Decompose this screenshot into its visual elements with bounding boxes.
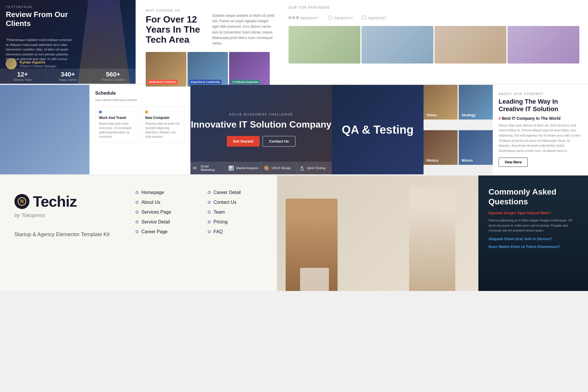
partner-logo-1: logoipsum° xyxy=(289,16,319,20)
nav-homepage-label: Homepage xyxy=(141,190,164,195)
nav-career-detail[interactable]: Career Detail xyxy=(208,190,271,195)
nav-homepage[interactable]: Homepage xyxy=(136,190,193,195)
partner-logo-2: logoipsum° xyxy=(327,15,353,20)
company-title: Leading The Way In Creative IT Solution xyxy=(499,98,582,113)
schedule-desc: uum ultroes linterique semper xyxy=(95,98,185,102)
why-label: WHY CHOOSE US xyxy=(146,9,203,12)
service-market-label: Market Analysis xyxy=(236,166,259,170)
faq-item-2: Aliquam Etiam Erat Velit In Dictum? xyxy=(488,237,578,241)
schedule-cards: Work And Travel Massa vitae quis morbi e… xyxy=(95,107,185,143)
nav-team-label: Team xyxy=(214,210,225,215)
nav-faq-label: FAQ xyxy=(214,229,223,234)
nav-career-page[interactable]: Career Page xyxy=(136,229,193,234)
svg-rect-1 xyxy=(362,16,366,19)
people-wrapper xyxy=(277,176,478,291)
partner-img-2 xyxy=(362,26,433,64)
mission-cell: Mision xyxy=(459,130,493,165)
partner-icon-3 xyxy=(362,15,367,20)
service-market: 📊 Market Analysis xyxy=(226,162,261,174)
schedule-dot-1 xyxy=(99,111,102,113)
faq-item-3: Nunc Mattis Enim Ut Tellus Elementum? xyxy=(488,244,578,249)
service-ui: 🎨 UI/UX Design xyxy=(261,162,297,174)
author-role: Product Creative Manager xyxy=(20,64,57,68)
view-more-button[interactable]: View More xyxy=(499,158,528,167)
company-sub: Best IT Company In The World xyxy=(502,116,561,121)
stat-clients-label: Happy Clients xyxy=(50,78,86,81)
history-cell: History xyxy=(424,130,458,165)
bottom-photo-area xyxy=(277,176,478,291)
brand-icon-letter: N xyxy=(20,199,24,204)
market-analysis-icon: 📊 xyxy=(228,165,235,171)
brand-panel: N Techiz by Tokopress Startup & Agency E… xyxy=(0,176,127,291)
why-badge-3: IT Industry Expertise xyxy=(231,80,260,84)
nav-services-label: Services Page xyxy=(141,210,171,215)
why-image-2: Expertise & Leadership xyxy=(188,52,228,87)
team-photo-left xyxy=(0,85,89,174)
hero-buttons: Get Started Contact Us xyxy=(227,136,296,147)
schedule-card-2-title: New Computer xyxy=(145,116,181,120)
why-title: For Over 12 Years In The Tech Area xyxy=(146,14,203,45)
stat-years-number: 12+ xyxy=(4,71,41,78)
testimonial-panel: TESTIMONIAL Review From Our Clients "Pel… xyxy=(0,0,136,84)
service-email-label: Email Marketing xyxy=(201,165,223,171)
nav-about-label: About Us xyxy=(141,200,160,205)
nav-col-right: Career Detail Contact Us Team Pricing FA… xyxy=(208,190,271,234)
vision-cell: Vision xyxy=(424,85,458,120)
contact-us-button[interactable]: Contact Us xyxy=(263,136,296,147)
nav-pricing[interactable]: Pricing xyxy=(208,219,271,225)
nav-about-us[interactable]: About Us xyxy=(136,200,193,205)
history-label: History xyxy=(426,158,438,163)
nav-dot-faq xyxy=(208,230,211,233)
nav-dot-service-detail xyxy=(136,221,138,223)
nav-contact-us[interactable]: Contact Us xyxy=(208,200,271,205)
nav-team[interactable]: Team xyxy=(208,210,271,215)
hero-banner: SOLVE BUSSINESS CHALLENGE Innovative IT … xyxy=(190,85,332,174)
brand-desc: Startup & Agency Elementor Template Kit xyxy=(14,232,110,238)
partner-logo-3-text: logoipsum° xyxy=(368,16,387,20)
schedule-dot-2 xyxy=(145,111,148,113)
nav-services-page[interactable]: Services Page xyxy=(136,210,193,215)
partner-icon-2 xyxy=(327,15,333,20)
svg-marker-0 xyxy=(328,15,332,20)
faq-q-1: Aliquam Etiam Erat Velit In Dictum? xyxy=(488,237,578,241)
partners-logos: logoipsum° logoipsum° logoipsum° xyxy=(289,15,579,20)
nav-service-detail-label: Service Detail xyxy=(141,219,170,225)
why-choose-panel: WHY CHOOSE US For Over 12 Years In The T… xyxy=(136,0,280,84)
faq-body-text: Viverra adipiscing at in tellus integer … xyxy=(488,218,578,233)
nav-pricing-label: Pricing xyxy=(214,219,228,225)
why-badge-1: Dedicated IT Solution xyxy=(147,80,177,84)
nav-dot-team xyxy=(208,211,211,214)
partner-img-4 xyxy=(508,26,579,64)
nav-links-left: Homepage About Us Services Page Service … xyxy=(127,176,202,291)
partner-img-1 xyxy=(289,26,360,64)
nav-dot-homepage xyxy=(136,191,138,194)
schedule-card-2: New Computer Pharetra diam sit amet nisl… xyxy=(141,107,185,143)
stat-projects-label: Projects Complete xyxy=(95,78,131,81)
stat-years-label: Glorious Years xyxy=(4,78,41,81)
company-label: ABOUT OUR COMPANY xyxy=(499,92,582,96)
vshm-grid: Vision Strategy History Mision xyxy=(424,85,493,174)
stat-projects-number: 560+ xyxy=(95,71,131,78)
company-panel: ABOUT OUR COMPANY Leading The Way In Cre… xyxy=(493,85,588,174)
brand-icon: N xyxy=(14,194,29,209)
nav-col-left: Homepage About Us Services Page Service … xyxy=(136,190,193,234)
brand-logo-row: N Techiz xyxy=(14,193,77,210)
nav-dot-about xyxy=(136,201,138,204)
faq-subtitle: Egestas Integer Eget Aliquet Nibh? xyxy=(488,211,578,215)
stat-projects: 560+ Projects Complete xyxy=(91,68,136,84)
nav-faq[interactable]: FAQ xyxy=(208,229,271,234)
partner-img-3 xyxy=(435,26,506,64)
qa-testing-label: QA & Testing xyxy=(336,117,420,142)
nav-dot-career xyxy=(136,230,138,233)
nav-dot-pricing xyxy=(208,221,211,223)
service-qa: 🔬 QA & Testing xyxy=(297,162,332,174)
partner-logo-3: logoipsum° xyxy=(362,15,387,20)
company-hashtag: # Best IT Company In The World xyxy=(499,116,582,121)
brand-name: Techiz xyxy=(33,193,77,210)
get-started-button[interactable]: Get Started xyxy=(227,136,260,147)
nav-service-detail[interactable]: Service Detail xyxy=(136,219,193,225)
nav-contact-label: Contact Us xyxy=(214,200,236,205)
mission-label: Mision xyxy=(462,158,473,163)
partners-images xyxy=(289,26,579,64)
schedule-title: Schedule xyxy=(95,91,185,96)
